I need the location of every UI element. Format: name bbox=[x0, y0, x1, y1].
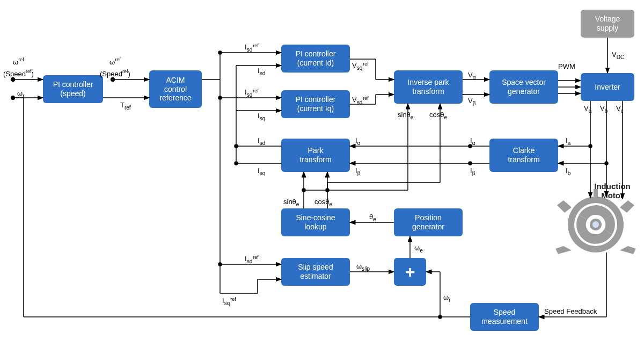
svg-text:θe: θe bbox=[369, 213, 376, 222]
svg-text:Vsqref: Vsqref bbox=[352, 61, 369, 71]
svg-text:Speed Feedback: Speed Feedback bbox=[544, 307, 597, 315]
svg-text:Ib: Ib bbox=[566, 167, 571, 176]
svg-point-10 bbox=[111, 78, 115, 82]
svg-text:Isd: Isd bbox=[258, 136, 265, 146]
svg-point-24 bbox=[235, 162, 238, 165]
svg-text:ωslip: ωslip bbox=[356, 262, 370, 272]
diagram-svg-wires: ωref (Speedref) ωr ωref (Speedref) Tref … bbox=[0, 0, 644, 347]
svg-point-15 bbox=[218, 51, 222, 54]
svg-point-17 bbox=[218, 96, 222, 99]
svg-text:Isd: Isd bbox=[258, 67, 265, 76]
svg-text:Isq: Isq bbox=[258, 112, 265, 121]
svg-text:cosθe: cosθe bbox=[429, 111, 447, 120]
svg-text:Isdref: Isdref bbox=[245, 255, 259, 264]
svg-text:PWM: PWM bbox=[558, 62, 575, 70]
svg-text:Tref: Tref bbox=[120, 101, 131, 111]
svg-text:Iα: Iα bbox=[355, 136, 361, 146]
svg-text:Isqref: Isqref bbox=[245, 88, 259, 98]
svg-text:(Speedref): (Speedref) bbox=[3, 69, 34, 78]
svg-text:sinθe: sinθe bbox=[283, 198, 299, 207]
svg-point-22 bbox=[235, 144, 238, 148]
svg-point-47 bbox=[469, 162, 472, 165]
svg-text:(Speedref): (Speedref) bbox=[100, 69, 130, 78]
svg-point-61 bbox=[218, 263, 222, 266]
svg-text:Iβ: Iβ bbox=[470, 167, 475, 176]
svg-text:Isq: Isq bbox=[258, 167, 265, 176]
svg-text:Ia: Ia bbox=[566, 136, 571, 146]
svg-text:Iβ: Iβ bbox=[355, 167, 361, 176]
svg-text:Isqref: Isqref bbox=[222, 297, 236, 306]
svg-text:ωr: ωr bbox=[443, 293, 451, 303]
svg-point-46 bbox=[469, 144, 472, 148]
svg-text:VDC: VDC bbox=[612, 50, 624, 60]
svg-text:ωref: ωref bbox=[109, 57, 121, 66]
svg-point-7 bbox=[11, 96, 15, 100]
svg-text:ωe: ωe bbox=[414, 244, 423, 254]
svg-point-5 bbox=[11, 78, 15, 82]
svg-text:sinθe: sinθe bbox=[398, 111, 414, 120]
svg-text:cosθe: cosθe bbox=[314, 198, 332, 207]
svg-text:ωref: ωref bbox=[13, 57, 24, 66]
svg-text:Vβ: Vβ bbox=[468, 97, 476, 106]
svg-text:Isdref: Isdref bbox=[245, 43, 259, 53]
